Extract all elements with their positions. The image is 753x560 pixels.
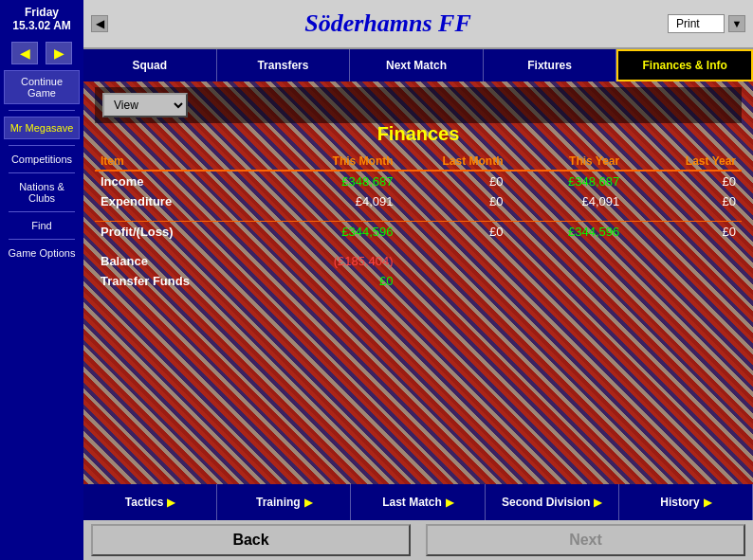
- nav-back-arrow[interactable]: ◀: [11, 42, 38, 64]
- tab-fixtures[interactable]: Fixtures: [484, 49, 617, 81]
- finances-panel: View Income Expenditure Profit Finances …: [83, 81, 753, 484]
- row-profit-loss: Profit/(Loss) £344,596 £0 £344,596 £0: [95, 221, 742, 242]
- next-button[interactable]: Next: [426, 524, 745, 556]
- col-item: Item: [95, 153, 289, 171]
- finances-table: Item This Month Last Month This Year Las…: [95, 153, 742, 291]
- tab-finances-info[interactable]: Finances & Info: [616, 49, 753, 81]
- scroll-left-button[interactable]: ◀: [91, 15, 108, 32]
- nav-arrows: ◀ ▶: [0, 38, 83, 68]
- print-area: ▼: [668, 14, 745, 33]
- col-last-month: Last Month: [399, 153, 509, 171]
- print-dropdown-arrow[interactable]: ▼: [728, 15, 745, 32]
- main-area: ◀ Söderhamns FF ▼ Squad Transfers Next M…: [83, 0, 753, 560]
- col-this-year: This Year: [508, 153, 625, 171]
- sidebar-item-competitions[interactable]: Competitions: [4, 150, 80, 169]
- row-income: Income £348,687 £0 £348,687 £0: [95, 171, 742, 191]
- finances-title: Finances: [95, 123, 742, 145]
- tab-next-match[interactable]: Next Match: [350, 49, 484, 81]
- sidebar-item-nations-clubs[interactable]: Nations & Clubs: [4, 177, 80, 208]
- bottom-tab-last-match[interactable]: Last Match ▶: [351, 484, 485, 520]
- tab-transfers[interactable]: Transfers: [217, 49, 351, 81]
- date-line2: 15.3.02 AM: [4, 19, 80, 32]
- bottom-tab-history[interactable]: History ▶: [619, 484, 753, 520]
- bottom-tab-second-division[interactable]: Second Division ▶: [486, 484, 619, 520]
- second-division-arrow: ▶: [594, 497, 601, 509]
- print-input[interactable]: [668, 14, 725, 33]
- bottom-tab-tactics[interactable]: Tactics ▶: [83, 484, 217, 520]
- view-bar: View Income Expenditure Profit: [95, 87, 742, 123]
- tab-bar: Squad Transfers Next Match Fixtures Fina…: [83, 49, 753, 81]
- last-match-arrow: ▶: [446, 497, 453, 509]
- col-last-year: Last Year: [625, 153, 742, 171]
- content-area: View Income Expenditure Profit Finances …: [83, 81, 753, 484]
- col-this-month: This Month: [289, 153, 399, 171]
- view-dropdown[interactable]: View Income Expenditure Profit: [102, 93, 188, 117]
- sidebar-divider-5: [9, 239, 75, 240]
- row-balance: Balance (£185,404): [95, 251, 742, 271]
- club-title: Söderhamns FF: [108, 9, 668, 38]
- tactics-arrow: ▶: [167, 497, 174, 509]
- top-bar: ◀ Söderhamns FF ▼: [83, 0, 753, 49]
- back-button[interactable]: Back: [91, 524, 411, 556]
- nav-forward-arrow[interactable]: ▶: [46, 42, 72, 64]
- row-transfer-funds: Transfer Funds £0: [95, 271, 742, 291]
- tab-squad[interactable]: Squad: [83, 49, 217, 81]
- datetime: Friday 15.3.02 AM: [0, 0, 83, 38]
- row-expenditure: Expenditure £4,091 £0 £4,091 £0: [95, 191, 742, 211]
- save-button[interactable]: Mr Megasave: [4, 117, 80, 139]
- sidebar-item-find[interactable]: Find: [4, 216, 80, 235]
- continue-game-button[interactable]: Continue Game: [4, 70, 80, 104]
- training-arrow: ▶: [304, 497, 312, 509]
- sidebar-divider-4: [9, 211, 75, 212]
- date-line1: Friday: [4, 6, 80, 19]
- sidebar-divider-3: [9, 172, 75, 173]
- bottom-nav: Tactics ▶ Training ▶ Last Match ▶ Second…: [83, 484, 753, 520]
- history-arrow: ▶: [704, 497, 711, 509]
- sidebar-item-game-options[interactable]: Game Options: [4, 244, 80, 262]
- sidebar-divider-2: [9, 145, 75, 146]
- footer: Back Next: [83, 520, 753, 560]
- row-spacer-2: [95, 242, 742, 251]
- sidebar: Friday 15.3.02 AM ◀ ▶ Continue Game Mr M…: [0, 0, 83, 560]
- sidebar-divider-1: [9, 110, 75, 111]
- bottom-tab-training[interactable]: Training ▶: [217, 484, 351, 520]
- row-spacer-1: [95, 211, 742, 221]
